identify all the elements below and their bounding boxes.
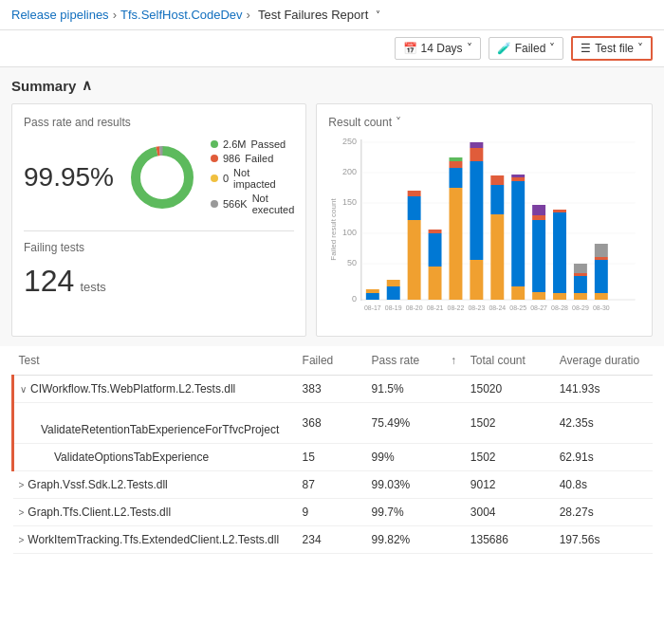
col-duration-header: Average duratio <box>554 346 653 376</box>
summary-chevron-up-icon: ∧ <box>82 77 92 94</box>
svg-rect-68 <box>595 244 608 257</box>
legend: 2.6M Passed 986 Failed 0 Not impacted <box>211 138 294 215</box>
svg-rect-56 <box>553 293 566 300</box>
col-sort-header[interactable]: ↑ <box>445 346 465 376</box>
cell-duration-1: 42.35s <box>554 403 653 444</box>
bar-chart: 250 200 150 100 50 0 Failed result count <box>328 135 640 324</box>
svg-rect-49 <box>512 175 526 177</box>
expand-button-3[interactable]: > <box>19 480 25 490</box>
legend-passed: 2.6M Passed <box>211 138 294 150</box>
group-icon: ☰ <box>581 42 591 55</box>
legend-failed-count: 986 <box>223 153 240 164</box>
svg-rect-42 <box>491 214 505 300</box>
summary-title: Summary <box>11 78 76 94</box>
summary-cards: Pass rate and results 99.95% <box>11 103 653 337</box>
breadcrumb-current: Test Failures Report <box>258 8 368 22</box>
svg-rect-25 <box>408 196 421 220</box>
cell-sort-4 <box>445 499 465 526</box>
status-chevron-icon: ˅ <box>549 42 555 55</box>
status-filter-button[interactable]: 🧪 Failed ˅ <box>489 37 564 60</box>
failing-number: 124 <box>24 264 74 299</box>
table-header-row: Test Failed Pass rate ↑ Total count Aver… <box>13 346 654 376</box>
cell-total-5: 135686 <box>465 526 554 554</box>
cell-duration-0: 141.93s <box>554 376 653 403</box>
col-failed-header: Failed <box>297 346 366 376</box>
svg-rect-57 <box>553 212 566 293</box>
test-name-0: CIWorkflow.Tfs.WebPlatform.L2.Tests.dll <box>30 382 235 396</box>
breadcrumb-release-pipelines[interactable]: Release pipelines <box>11 8 109 22</box>
legend-passed-label: Passed <box>250 138 286 150</box>
cell-failed-0: 383 <box>297 376 366 403</box>
pass-rate-area: 99.95% <box>24 138 294 215</box>
svg-rect-46 <box>512 286 526 300</box>
svg-rect-24 <box>408 220 421 300</box>
days-chevron-icon: ˅ <box>467 42 472 55</box>
svg-text:200: 200 <box>342 167 357 176</box>
groupby-filter-button[interactable]: ☰ Test file ˅ <box>571 36 653 61</box>
expand-button-0[interactable]: ∨ <box>20 384 27 395</box>
cell-failed-3: 87 <box>297 471 366 499</box>
cell-passrate-0: 91.5% <box>366 376 445 403</box>
legend-passed-count: 2.6M <box>223 138 246 150</box>
summary-toggle[interactable]: Summary ∧ <box>11 77 653 94</box>
legend-failed-dot <box>211 155 218 162</box>
breadcrumb-selfhost[interactable]: Tfs.SelfHost.CodeDev <box>120 8 243 22</box>
svg-text:08-23: 08-23 <box>469 304 486 311</box>
svg-text:100: 100 <box>342 228 357 237</box>
svg-rect-65 <box>595 293 608 300</box>
expand-button-5[interactable]: > <box>19 535 25 545</box>
legend-notimpacted-label: Not impacted <box>233 167 294 190</box>
svg-text:08-27: 08-27 <box>531 304 548 311</box>
cell-passrate-2: 99% <box>366 444 445 471</box>
cell-failed-1: 368 <box>297 403 366 444</box>
svg-point-3 <box>143 158 181 196</box>
svg-text:08-17: 08-17 <box>364 304 381 311</box>
svg-text:08-24: 08-24 <box>489 304 507 311</box>
svg-text:0: 0 <box>352 294 357 304</box>
svg-rect-67 <box>595 257 608 260</box>
days-filter-button[interactable]: 📅 14 Days ˅ <box>395 37 481 60</box>
svg-rect-53 <box>532 215 545 220</box>
breadcrumb-separator-2: › <box>247 8 250 22</box>
svg-rect-44 <box>491 175 505 185</box>
pass-rate-value: 99.95% <box>24 162 114 193</box>
svg-text:08-20: 08-20 <box>406 304 423 311</box>
svg-rect-33 <box>450 168 463 188</box>
svg-rect-52 <box>532 220 545 292</box>
svg-rect-54 <box>532 205 545 215</box>
svg-rect-35 <box>450 157 463 161</box>
pass-rate-card: Pass rate and results 99.95% <box>11 103 306 337</box>
table-row: >WorkItemTracking.Tfs.ExtendedClient.L2.… <box>13 526 654 554</box>
result-count-chevron-icon: ˅ <box>396 116 401 129</box>
failing-count-area: 124 tests <box>24 264 294 299</box>
svg-rect-51 <box>532 292 545 300</box>
legend-notimpacted: 0 Not impacted <box>211 167 294 190</box>
svg-rect-21 <box>387 286 400 300</box>
cell-failed-2: 15 <box>297 444 366 471</box>
cell-duration-4: 28.27s <box>554 499 653 526</box>
legend-failed: 986 Failed <box>211 153 294 164</box>
test-name-5: WorkItemTracking.Tfs.ExtendedClient.L2.T… <box>28 533 279 546</box>
cell-failed-4: 9 <box>297 499 366 526</box>
table-row: ValidateRetentionTabExperienceForTfvcPro… <box>13 403 654 444</box>
result-count-label: Result count <box>328 116 392 129</box>
table-row: >Graph.Tfs.Client.L2.Tests.dll999.7%3004… <box>13 499 654 526</box>
failing-tests-title: Failing tests <box>24 241 294 254</box>
svg-text:08-29: 08-29 <box>572 304 589 311</box>
table-row: ValidateOptionsTabExperience1599%150262.… <box>13 444 654 471</box>
status-label: Failed <box>515 42 546 55</box>
result-count-title[interactable]: Result count ˅ <box>328 116 640 129</box>
svg-rect-37 <box>470 260 484 300</box>
cell-total-2: 1502 <box>465 444 554 471</box>
cell-test-3: >Graph.Vssf.Sdk.L2.Tests.dll <box>13 471 297 499</box>
table-row: >Graph.Vssf.Sdk.L2.Tests.dll8799.03%9012… <box>13 471 654 499</box>
test-name-3: Graph.Vssf.Sdk.L2.Tests.dll <box>28 478 167 491</box>
svg-rect-47 <box>512 181 526 286</box>
expand-button-4[interactable]: > <box>19 507 25 518</box>
svg-rect-30 <box>429 230 442 233</box>
breadcrumb-chevron-icon[interactable]: ˅ <box>376 9 380 20</box>
legend-notexecuted: 566K Not executed <box>211 193 294 215</box>
col-passrate-header: Pass rate <box>366 346 445 376</box>
svg-text:08-30: 08-30 <box>593 304 610 311</box>
col-total-header: Total count <box>465 346 554 376</box>
